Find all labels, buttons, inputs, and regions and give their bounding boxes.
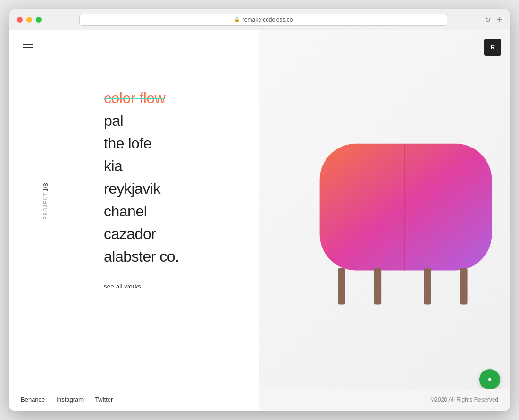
project-list: color flow pal the lofe kia reykjavik ch… bbox=[104, 87, 260, 268]
footer-left: Behance Instagram Twitter bbox=[9, 388, 260, 411]
svg-point-8 bbox=[488, 378, 492, 381]
url-text: remake.codeless.co bbox=[243, 16, 293, 23]
close-button[interactable] bbox=[17, 17, 23, 23]
right-panel: R bbox=[260, 30, 510, 411]
nav-content: color flow pal the lofe kia reykjavik ch… bbox=[9, 58, 260, 388]
reload-button[interactable]: ↻ bbox=[485, 16, 491, 24]
hamburger-line-3 bbox=[23, 47, 33, 48]
fab-button[interactable] bbox=[479, 369, 500, 390]
project-item-cazador[interactable]: cazador bbox=[104, 222, 260, 245]
footer-link-twitter[interactable]: Twitter bbox=[95, 396, 113, 403]
project-item-kia[interactable]: kia bbox=[104, 155, 260, 177]
project-item-reykjavik[interactable]: reykjavik bbox=[104, 177, 260, 200]
hamburger-menu[interactable] bbox=[21, 39, 35, 50]
project-item-color-flow[interactable]: color flow bbox=[104, 87, 260, 109]
project-item-pal[interactable]: pal bbox=[104, 109, 260, 132]
address-bar[interactable]: 🔒 remake.codeless.co bbox=[79, 14, 447, 26]
project-item-alabster[interactable]: alabster co. bbox=[104, 245, 260, 268]
browser-chrome: 🔒 remake.codeless.co ↻ + bbox=[9, 9, 510, 30]
logo-badge: R bbox=[484, 39, 501, 56]
indicator-current: 1/8 bbox=[42, 183, 49, 192]
furniture-image bbox=[260, 30, 510, 411]
maximize-button[interactable] bbox=[36, 17, 42, 23]
lock-icon: 🔒 bbox=[234, 17, 240, 22]
project-item-chanel[interactable]: chanel bbox=[104, 200, 260, 222]
project-indicator: 1/8 Project bbox=[39, 183, 49, 220]
indicator-label: Project bbox=[43, 193, 48, 220]
furniture-svg bbox=[293, 107, 510, 334]
hamburger-line-2 bbox=[23, 44, 33, 45]
left-panel: 1/8 Project color flow pal the lofe kia … bbox=[9, 30, 260, 411]
new-tab-button[interactable]: + bbox=[496, 15, 502, 25]
footer-right: ©2020 All Rights Reserved bbox=[260, 389, 510, 411]
hamburger-line-1 bbox=[23, 41, 33, 41]
play-icon bbox=[485, 375, 494, 384]
svg-rect-5 bbox=[424, 268, 431, 304]
svg-rect-6 bbox=[460, 268, 467, 304]
header-left bbox=[9, 30, 260, 58]
see-all-works-link[interactable]: see all works bbox=[104, 283, 141, 290]
page-content: 1/8 Project color flow pal the lofe kia … bbox=[9, 30, 510, 411]
copyright-text: ©2020 All Rights Reserved bbox=[430, 396, 498, 403]
browser-window: 🔒 remake.codeless.co ↻ + 1/8 bbox=[9, 9, 510, 411]
project-item-the-lofe[interactable]: the lofe bbox=[104, 132, 260, 155]
traffic-lights bbox=[17, 17, 42, 23]
svg-rect-1 bbox=[320, 143, 492, 270]
footer-link-instagram[interactable]: Instagram bbox=[56, 396, 84, 403]
header-right: R bbox=[484, 39, 501, 56]
minimize-button[interactable] bbox=[26, 17, 32, 23]
svg-rect-4 bbox=[374, 268, 381, 304]
footer-link-behance[interactable]: Behance bbox=[21, 396, 45, 403]
svg-rect-3 bbox=[338, 268, 345, 304]
indicator-line bbox=[39, 189, 39, 213]
